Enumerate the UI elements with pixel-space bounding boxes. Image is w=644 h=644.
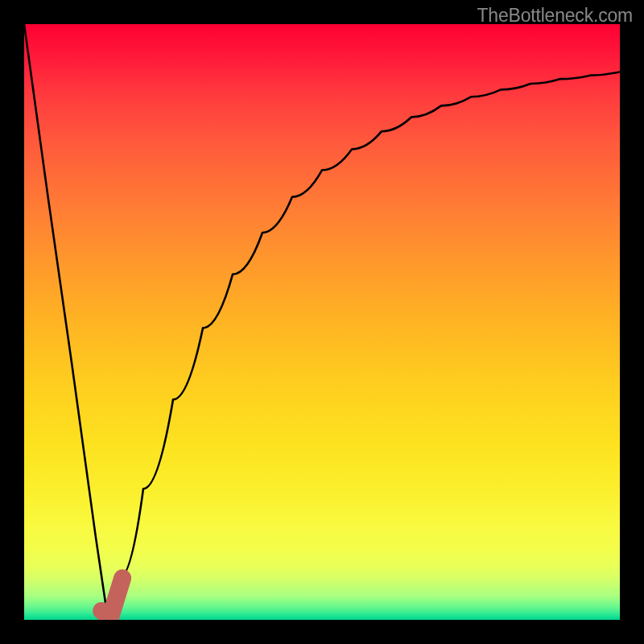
bottleneck-curve: [24, 24, 620, 617]
plot-area: [24, 24, 620, 620]
curve-svg: [24, 24, 620, 620]
chart-container: TheBottleneck.com: [0, 0, 644, 644]
watermark-text: TheBottleneck.com: [477, 5, 633, 27]
